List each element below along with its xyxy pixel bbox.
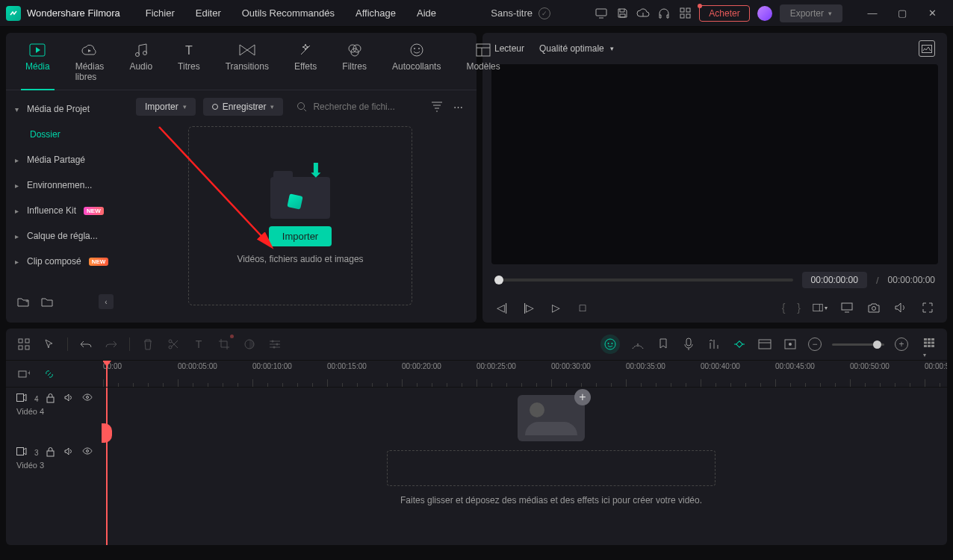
text-tool-icon[interactable]: T (191, 337, 206, 352)
play-button[interactable]: ▷ (548, 300, 563, 315)
quality-selector[interactable]: Qualité optimale▾ (539, 43, 614, 54)
search-input[interactable] (313, 102, 417, 112)
ruler-body[interactable]: 00:0000:00:05:0000:00:10:0000:00:15:0000… (103, 361, 947, 387)
media-placeholder-icon[interactable]: + (518, 395, 585, 441)
tab-media[interactable]: Média (21, 39, 55, 90)
maximize-button[interactable]: ▢ (887, 2, 917, 25)
layout-icon[interactable] (16, 337, 31, 352)
mic-icon[interactable] (681, 337, 696, 352)
sidebar-item-adjustment-layer[interactable]: ▸Calque de régla... (6, 223, 124, 249)
tab-filters[interactable]: Filtres (338, 39, 371, 90)
save-icon[interactable] (615, 7, 629, 20)
adjust-icon[interactable] (267, 337, 282, 352)
close-button[interactable]: ✕ (917, 2, 947, 25)
search-icon (297, 102, 307, 112)
cloud-icon[interactable] (636, 7, 650, 20)
scrubber[interactable] (494, 279, 793, 281)
lock-icon[interactable] (46, 393, 57, 404)
tab-audio[interactable]: Audio (125, 39, 157, 90)
display-icon[interactable] (839, 300, 854, 315)
visibility-icon[interactable] (82, 447, 93, 458)
cursor-icon[interactable] (42, 337, 57, 352)
delete-icon[interactable] (140, 337, 155, 352)
menu-help[interactable]: Aide (406, 3, 447, 23)
more-icon[interactable]: ⋯ (451, 100, 465, 113)
mute-icon[interactable] (64, 393, 75, 404)
chevron-down-icon: ▾ (15, 105, 22, 113)
volume-icon[interactable] (893, 300, 908, 315)
render-icon[interactable] (757, 337, 772, 352)
snapshot-icon[interactable] (866, 300, 881, 315)
export-button[interactable]: Exporter▾ (780, 4, 842, 22)
import-dropzone[interactable]: ⬇ Importer Vidéos, fichiers audio et ima… (188, 126, 412, 305)
tab-stock[interactable]: Médias libres (71, 39, 109, 90)
sidebar-item-influence-kit[interactable]: ▸Influence KitNEW (6, 198, 124, 223)
export-frame-icon[interactable] (783, 337, 798, 352)
collapse-sidebar-button[interactable]: ‹ (99, 294, 114, 309)
video-track-icon (16, 447, 27, 458)
sidebar-item-compound-clip[interactable]: ▸Clip composéNEW (6, 249, 124, 274)
track-add-icon[interactable]: + (16, 367, 31, 382)
menu-view[interactable]: Affichage (345, 3, 406, 23)
plus-icon[interactable]: + (574, 389, 591, 405)
sidebar-item-environment[interactable]: ▸Environnemen... (6, 172, 124, 198)
zoom-in-button[interactable]: + (895, 337, 908, 351)
mark-in-icon[interactable]: { (782, 302, 786, 314)
audio-mix-icon[interactable] (707, 337, 721, 352)
ratio-icon[interactable]: ▾ (813, 300, 828, 315)
apps-icon[interactable] (678, 7, 692, 20)
import-button[interactable]: Importer (269, 226, 332, 246)
menu-file[interactable]: Fichier (135, 3, 185, 23)
sidebar-label: Clip composé (27, 256, 81, 267)
menu-edit[interactable]: Editer (185, 3, 232, 23)
zoom-slider[interactable] (832, 343, 884, 346)
record-dropdown[interactable]: Enregistrer▾ (203, 98, 284, 116)
crop-icon[interactable] (217, 337, 232, 352)
zoom-out-button[interactable]: − (808, 337, 822, 351)
track-dropzone[interactable] (387, 450, 715, 486)
split-icon[interactable] (166, 337, 181, 352)
tab-titles[interactable]: TTitres (173, 39, 205, 90)
sidebar-item-folder[interactable]: Dossier (6, 122, 124, 147)
tab-stickers[interactable]: Autocollants (388, 39, 445, 90)
lock-icon[interactable] (46, 447, 57, 458)
next-frame-button[interactable]: |▷ (521, 300, 536, 315)
templates-icon (475, 42, 491, 58)
menu-tools[interactable]: Outils Recommandés (232, 3, 345, 23)
tab-transitions[interactable]: Transitions (221, 39, 273, 90)
tracks-area[interactable]: + Faites glisser et déposez des médias e… (103, 388, 947, 545)
link-icon[interactable] (42, 367, 57, 382)
playhead-handle[interactable] (102, 423, 112, 443)
fullscreen-icon[interactable] (920, 300, 935, 315)
player-viewport[interactable] (491, 64, 938, 264)
tab-effects[interactable]: Effets (290, 39, 321, 90)
sidebar-item-project-media[interactable]: ▾Média de Projet (6, 96, 124, 122)
filter-icon[interactable] (430, 100, 444, 113)
timeline-view-icon[interactable]: ▾ (923, 337, 937, 351)
new-folder-icon[interactable]: + (16, 295, 30, 308)
tab-templates[interactable]: Modèles (462, 39, 504, 90)
sidebar-item-shared-media[interactable]: ▸Média Partagé (6, 147, 124, 172)
user-avatar[interactable] (757, 6, 772, 21)
speed-icon[interactable] (630, 337, 645, 352)
marker-icon[interactable] (656, 337, 671, 352)
color-icon[interactable] (242, 337, 257, 352)
import-dropdown[interactable]: Importer▾ (136, 98, 196, 116)
undo-icon[interactable] (78, 337, 93, 352)
stop-button[interactable]: □ (575, 300, 590, 315)
ruler-tick: 00:00:40:00 (701, 361, 775, 387)
ai-icon[interactable] (600, 335, 620, 354)
prev-frame-button[interactable]: ◁| (494, 300, 509, 315)
minimize-button[interactable]: — (857, 2, 887, 25)
headphones-icon[interactable] (657, 7, 671, 20)
screen-icon[interactable] (595, 7, 608, 20)
new-bin-icon[interactable] (40, 295, 54, 308)
buy-button[interactable]: Acheter (699, 5, 749, 22)
mark-out-icon[interactable]: } (797, 302, 801, 314)
visibility-icon[interactable] (82, 393, 93, 404)
redo-icon[interactable] (104, 337, 119, 352)
keyframe-icon[interactable] (732, 337, 747, 352)
snapshot-settings-icon[interactable] (919, 40, 935, 57)
playhead[interactable] (106, 361, 108, 387)
mute-icon[interactable] (64, 447, 75, 458)
